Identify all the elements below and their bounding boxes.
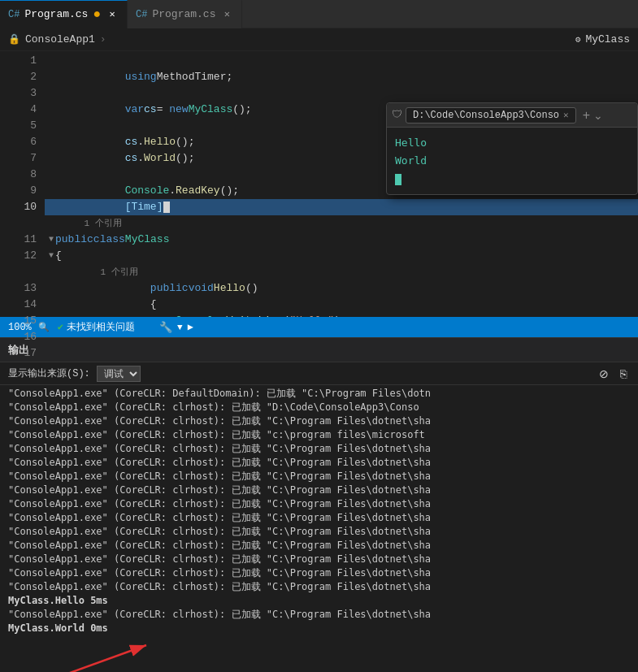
ln-16: 16 xyxy=(0,329,37,345)
output-line-3: "ConsoleApp1.exe" (CoreCLR: clrhost): 已加… xyxy=(8,428,630,442)
breadcrumb-project[interactable]: ConsoleApp1 xyxy=(25,33,95,46)
output-line-13: "ConsoleApp1.exe" (CoreCLR: clrhost): 已加… xyxy=(8,566,630,580)
ln-5: 5 xyxy=(0,118,37,134)
output-toolbar: 显示输出来源(S): 调试 ⊘ ⎘ xyxy=(0,362,638,385)
terminal-overlay: 🛡 D:\Code\ConsoleApp3\Conso ✕ + ⌄ Hello … xyxy=(386,102,638,195)
output-line-5: "ConsoleApp1.exe" (CoreCLR: clrhost): 已加… xyxy=(8,456,630,470)
tab-label-inactive: Program.cs xyxy=(152,8,215,20)
ln-9: 9 xyxy=(0,183,37,199)
terminal-add-button[interactable]: + xyxy=(583,108,590,123)
output-line-8: "ConsoleApp1.exe" (CoreCLR: clrhost): 已加… xyxy=(8,497,630,511)
ln-15: 15 xyxy=(0,313,37,329)
fold-icon-12[interactable]: ▼ xyxy=(49,248,54,264)
status-zoom-icon: 🔍 xyxy=(38,322,50,332)
output-line-10: "ConsoleApp1.exe" (CoreCLR: clrhost): 已加… xyxy=(8,525,630,539)
code-line-11: ▼public class MyClass xyxy=(45,232,638,248)
output-line-9: "ConsoleApp1.exe" (CoreCLR: clrhost): 已加… xyxy=(8,511,630,525)
ln-10: 10 xyxy=(0,199,37,215)
code-line-3 xyxy=(45,85,638,102)
output-clear-button[interactable]: ⊘ xyxy=(596,366,612,382)
terminal-tab[interactable]: D:\Code\ConsoleApp3\Conso ✕ xyxy=(406,107,576,124)
ln-17: 17 xyxy=(0,345,37,362)
code-line-12: ▼{ xyxy=(45,248,638,264)
ln-12h xyxy=(0,264,37,280)
output-line-1: "ConsoleApp1.exe" (CoreCLR: clrhost): 已加… xyxy=(8,401,630,414)
output-copy-button[interactable]: ⎘ xyxy=(617,366,630,382)
ln-13: 13 xyxy=(0,280,37,297)
breadcrumb-right: ⚙ MyClass xyxy=(575,33,630,46)
code-line-15: Console.WriteLine("Hello"); xyxy=(45,313,638,317)
terminal-tab-label: D:\Code\ConsoleApp3\Conso xyxy=(413,110,559,121)
terminal-shield-icon: 🛡 xyxy=(392,109,402,121)
output-content: "ConsoleApp1.exe" (CoreCLR: DefaultDomai… xyxy=(0,385,638,672)
ref-hint-10: 1 个引用 xyxy=(52,215,122,232)
tab-file-icon: C# xyxy=(8,9,20,20)
class-icon: ⚙ xyxy=(575,34,581,45)
output-line-12: "ConsoleApp1.exe" (CoreCLR: clrhost): 已加… xyxy=(8,553,630,566)
tab-close-active[interactable]: ✕ xyxy=(106,8,119,21)
code-line-10-hint: 1 个引用 xyxy=(45,215,638,232)
code-line-10: [Time] xyxy=(45,199,638,215)
output-source-label: 显示输出来源(S): xyxy=(8,366,90,380)
output-line-4: "ConsoleApp1.exe" (CoreCLR: clrhost): 已加… xyxy=(8,442,630,456)
check-icon: ✔ xyxy=(58,321,63,333)
tab-file-icon-2: C# xyxy=(136,9,147,20)
output-header: 输出 xyxy=(0,338,638,362)
tab-dot-modified: ● xyxy=(93,8,101,21)
breadcrumb-bar: 🔒 ConsoleApp1 › ⚙ MyClass xyxy=(0,28,638,51)
chevron-icon: ▼ xyxy=(177,323,183,332)
terminal-cursor-line xyxy=(395,170,629,188)
output-line-7: "ConsoleApp1.exe" (CoreCLR: clrhost): 已加… xyxy=(8,483,630,497)
output-source-select[interactable]: 调试 xyxy=(97,366,141,382)
ln-12: 12 xyxy=(0,248,37,264)
terminal-content: Hello World xyxy=(387,128,637,194)
ln-4: 4 xyxy=(0,102,37,118)
wrench-icon: 🔧 xyxy=(159,321,172,334)
breadcrumb-sep: › xyxy=(100,33,106,46)
arrow-annotation xyxy=(57,637,163,672)
arrow-right-icon: ▶ xyxy=(188,321,193,333)
ln-2: 2 xyxy=(0,69,37,85)
fold-icon-11[interactable]: ▼ xyxy=(49,232,54,248)
tab-bar: C# Program.cs ● ✕ C# Program.cs ✕ xyxy=(0,0,638,28)
breadcrumb-symbol[interactable]: MyClass xyxy=(585,33,630,46)
tab-close-inactive[interactable]: ✕ xyxy=(220,8,233,21)
ln-1: 1 xyxy=(0,53,37,69)
ln-10h xyxy=(0,215,37,232)
output-line-14: "ConsoleApp1.exe" (CoreCLR: clrhost): 已加… xyxy=(8,580,630,594)
svg-line-1 xyxy=(61,645,146,672)
output-line-16: "ConsoleApp1.exe" (CoreCLR: clrhost): 已加… xyxy=(8,608,630,622)
ln-11: 11 xyxy=(0,232,37,248)
tab-label-active: Program.cs xyxy=(24,8,88,20)
tab-program-cs-inactive[interactable]: C# Program.cs ✕ xyxy=(128,0,242,28)
output-line-0: "ConsoleApp1.exe" (CoreCLR: DefaultDomai… xyxy=(8,387,630,401)
output-panel: 输出 显示输出来源(S): 调试 ⊘ ⎘ "ConsoleApp1.exe" (… xyxy=(0,337,638,672)
terminal-tab-close[interactable]: ✕ xyxy=(563,110,569,120)
status-check-label: 未找到相关问题 xyxy=(67,320,135,334)
output-actions: ⊘ ⎘ xyxy=(596,366,630,382)
code-line-2: using MethodTimer; xyxy=(45,69,638,85)
ln-6: 6 xyxy=(0,134,37,150)
ln-3: 3 xyxy=(0,85,37,102)
tab-program-cs-active[interactable]: C# Program.cs ● ✕ xyxy=(0,0,128,28)
ln-7: 7 xyxy=(0,150,37,167)
ln-8: 8 xyxy=(0,167,37,183)
output-line-11: "ConsoleApp1.exe" (CoreCLR: clrhost): 已加… xyxy=(8,539,630,553)
line-numbers: 1 2 3 4 5 6 7 8 9 10 11 12 13 14 15 16 1… xyxy=(0,51,45,317)
status-bar: 100% 🔍 ✔ 未找到相关问题 🔧 ▼ ▶ xyxy=(0,317,638,337)
output-line-6: "ConsoleApp1.exe" (CoreCLR: clrhost): 已加… xyxy=(8,470,630,483)
terminal-cursor xyxy=(395,174,401,185)
terminal-more-button[interactable]: ⌄ xyxy=(593,109,603,122)
status-check: ✔ 未找到相关问题 xyxy=(58,320,135,334)
ln-14: 14 xyxy=(0,297,37,313)
terminal-hello-line: Hello xyxy=(395,134,629,152)
terminal-tab-bar: 🛡 D:\Code\ConsoleApp3\Conso ✕ + ⌄ xyxy=(387,103,637,128)
lock-icon: 🔒 xyxy=(8,33,20,46)
output-line-hello-timing: MyClass.Hello 5ms xyxy=(8,594,630,608)
code-line-1 xyxy=(45,53,638,69)
output-line-2: "ConsoleApp1.exe" (CoreCLR: clrhost): 已加… xyxy=(8,414,630,428)
output-line-world-timing: MyClass.World 0ms xyxy=(8,622,630,635)
terminal-world-line: World xyxy=(395,152,629,170)
